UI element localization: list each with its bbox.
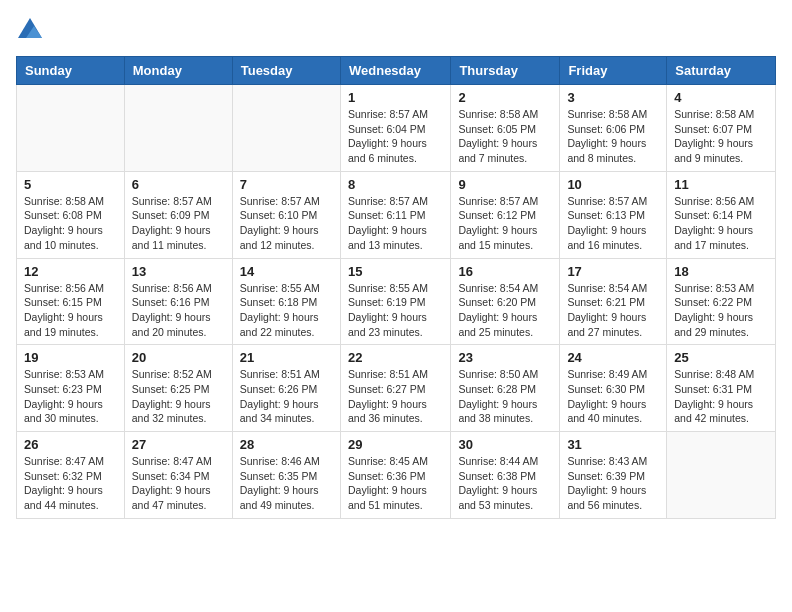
- day-number: 13: [132, 264, 225, 279]
- day-info: Sunrise: 8:54 AM Sunset: 6:20 PM Dayligh…: [458, 281, 552, 340]
- day-number: 11: [674, 177, 768, 192]
- day-info: Sunrise: 8:58 AM Sunset: 6:05 PM Dayligh…: [458, 107, 552, 166]
- day-info: Sunrise: 8:57 AM Sunset: 6:11 PM Dayligh…: [348, 194, 443, 253]
- calendar-cell: 2Sunrise: 8:58 AM Sunset: 6:05 PM Daylig…: [451, 85, 560, 172]
- page-header: [16, 16, 776, 44]
- day-info: Sunrise: 8:54 AM Sunset: 6:21 PM Dayligh…: [567, 281, 659, 340]
- day-number: 20: [132, 350, 225, 365]
- day-info: Sunrise: 8:57 AM Sunset: 6:10 PM Dayligh…: [240, 194, 333, 253]
- day-info: Sunrise: 8:55 AM Sunset: 6:18 PM Dayligh…: [240, 281, 333, 340]
- logo-icon: [16, 16, 44, 44]
- day-info: Sunrise: 8:51 AM Sunset: 6:26 PM Dayligh…: [240, 367, 333, 426]
- column-header-thursday: Thursday: [451, 57, 560, 85]
- day-number: 30: [458, 437, 552, 452]
- day-number: 18: [674, 264, 768, 279]
- calendar-table: SundayMondayTuesdayWednesdayThursdayFrid…: [16, 56, 776, 519]
- calendar-cell: [232, 85, 340, 172]
- calendar-cell: 22Sunrise: 8:51 AM Sunset: 6:27 PM Dayli…: [340, 345, 450, 432]
- day-info: Sunrise: 8:51 AM Sunset: 6:27 PM Dayligh…: [348, 367, 443, 426]
- calendar-cell: 28Sunrise: 8:46 AM Sunset: 6:35 PM Dayli…: [232, 432, 340, 519]
- calendar-cell: 26Sunrise: 8:47 AM Sunset: 6:32 PM Dayli…: [17, 432, 125, 519]
- column-header-tuesday: Tuesday: [232, 57, 340, 85]
- calendar-week-row: 1Sunrise: 8:57 AM Sunset: 6:04 PM Daylig…: [17, 85, 776, 172]
- day-info: Sunrise: 8:55 AM Sunset: 6:19 PM Dayligh…: [348, 281, 443, 340]
- day-number: 23: [458, 350, 552, 365]
- day-number: 15: [348, 264, 443, 279]
- calendar-cell: 1Sunrise: 8:57 AM Sunset: 6:04 PM Daylig…: [340, 85, 450, 172]
- day-number: 5: [24, 177, 117, 192]
- calendar-cell: 21Sunrise: 8:51 AM Sunset: 6:26 PM Dayli…: [232, 345, 340, 432]
- calendar-cell: 3Sunrise: 8:58 AM Sunset: 6:06 PM Daylig…: [560, 85, 667, 172]
- calendar-cell: 31Sunrise: 8:43 AM Sunset: 6:39 PM Dayli…: [560, 432, 667, 519]
- calendar-cell: [667, 432, 776, 519]
- calendar-cell: 4Sunrise: 8:58 AM Sunset: 6:07 PM Daylig…: [667, 85, 776, 172]
- calendar-cell: 9Sunrise: 8:57 AM Sunset: 6:12 PM Daylig…: [451, 171, 560, 258]
- calendar-cell: 12Sunrise: 8:56 AM Sunset: 6:15 PM Dayli…: [17, 258, 125, 345]
- calendar-cell: 29Sunrise: 8:45 AM Sunset: 6:36 PM Dayli…: [340, 432, 450, 519]
- day-number: 1: [348, 90, 443, 105]
- calendar-cell: 15Sunrise: 8:55 AM Sunset: 6:19 PM Dayli…: [340, 258, 450, 345]
- day-info: Sunrise: 8:43 AM Sunset: 6:39 PM Dayligh…: [567, 454, 659, 513]
- calendar-cell: 25Sunrise: 8:48 AM Sunset: 6:31 PM Dayli…: [667, 345, 776, 432]
- day-number: 4: [674, 90, 768, 105]
- day-info: Sunrise: 8:44 AM Sunset: 6:38 PM Dayligh…: [458, 454, 552, 513]
- calendar-cell: 11Sunrise: 8:56 AM Sunset: 6:14 PM Dayli…: [667, 171, 776, 258]
- day-number: 24: [567, 350, 659, 365]
- day-number: 7: [240, 177, 333, 192]
- column-header-saturday: Saturday: [667, 57, 776, 85]
- day-number: 14: [240, 264, 333, 279]
- calendar-week-row: 12Sunrise: 8:56 AM Sunset: 6:15 PM Dayli…: [17, 258, 776, 345]
- day-info: Sunrise: 8:45 AM Sunset: 6:36 PM Dayligh…: [348, 454, 443, 513]
- day-info: Sunrise: 8:49 AM Sunset: 6:30 PM Dayligh…: [567, 367, 659, 426]
- day-info: Sunrise: 8:57 AM Sunset: 6:12 PM Dayligh…: [458, 194, 552, 253]
- calendar-cell: 8Sunrise: 8:57 AM Sunset: 6:11 PM Daylig…: [340, 171, 450, 258]
- column-header-sunday: Sunday: [17, 57, 125, 85]
- logo: [16, 16, 48, 44]
- calendar-cell: 23Sunrise: 8:50 AM Sunset: 6:28 PM Dayli…: [451, 345, 560, 432]
- calendar-cell: 5Sunrise: 8:58 AM Sunset: 6:08 PM Daylig…: [17, 171, 125, 258]
- day-info: Sunrise: 8:56 AM Sunset: 6:15 PM Dayligh…: [24, 281, 117, 340]
- day-number: 25: [674, 350, 768, 365]
- day-info: Sunrise: 8:47 AM Sunset: 6:32 PM Dayligh…: [24, 454, 117, 513]
- day-info: Sunrise: 8:58 AM Sunset: 6:06 PM Dayligh…: [567, 107, 659, 166]
- day-number: 26: [24, 437, 117, 452]
- day-number: 19: [24, 350, 117, 365]
- calendar-cell: 27Sunrise: 8:47 AM Sunset: 6:34 PM Dayli…: [124, 432, 232, 519]
- calendar-cell: 30Sunrise: 8:44 AM Sunset: 6:38 PM Dayli…: [451, 432, 560, 519]
- day-number: 27: [132, 437, 225, 452]
- day-info: Sunrise: 8:52 AM Sunset: 6:25 PM Dayligh…: [132, 367, 225, 426]
- day-number: 10: [567, 177, 659, 192]
- calendar-week-row: 5Sunrise: 8:58 AM Sunset: 6:08 PM Daylig…: [17, 171, 776, 258]
- day-info: Sunrise: 8:57 AM Sunset: 6:13 PM Dayligh…: [567, 194, 659, 253]
- day-info: Sunrise: 8:58 AM Sunset: 6:07 PM Dayligh…: [674, 107, 768, 166]
- calendar-week-row: 19Sunrise: 8:53 AM Sunset: 6:23 PM Dayli…: [17, 345, 776, 432]
- calendar-cell: 10Sunrise: 8:57 AM Sunset: 6:13 PM Dayli…: [560, 171, 667, 258]
- day-info: Sunrise: 8:53 AM Sunset: 6:22 PM Dayligh…: [674, 281, 768, 340]
- day-info: Sunrise: 8:58 AM Sunset: 6:08 PM Dayligh…: [24, 194, 117, 253]
- calendar-cell: [124, 85, 232, 172]
- day-number: 16: [458, 264, 552, 279]
- day-info: Sunrise: 8:57 AM Sunset: 6:09 PM Dayligh…: [132, 194, 225, 253]
- day-number: 8: [348, 177, 443, 192]
- day-number: 6: [132, 177, 225, 192]
- day-number: 22: [348, 350, 443, 365]
- day-info: Sunrise: 8:53 AM Sunset: 6:23 PM Dayligh…: [24, 367, 117, 426]
- calendar-cell: 17Sunrise: 8:54 AM Sunset: 6:21 PM Dayli…: [560, 258, 667, 345]
- calendar-header-row: SundayMondayTuesdayWednesdayThursdayFrid…: [17, 57, 776, 85]
- calendar-cell: 13Sunrise: 8:56 AM Sunset: 6:16 PM Dayli…: [124, 258, 232, 345]
- calendar-cell: 18Sunrise: 8:53 AM Sunset: 6:22 PM Dayli…: [667, 258, 776, 345]
- day-info: Sunrise: 8:57 AM Sunset: 6:04 PM Dayligh…: [348, 107, 443, 166]
- day-number: 3: [567, 90, 659, 105]
- day-info: Sunrise: 8:56 AM Sunset: 6:16 PM Dayligh…: [132, 281, 225, 340]
- column-header-wednesday: Wednesday: [340, 57, 450, 85]
- day-info: Sunrise: 8:46 AM Sunset: 6:35 PM Dayligh…: [240, 454, 333, 513]
- calendar-cell: 19Sunrise: 8:53 AM Sunset: 6:23 PM Dayli…: [17, 345, 125, 432]
- calendar-cell: 14Sunrise: 8:55 AM Sunset: 6:18 PM Dayli…: [232, 258, 340, 345]
- calendar-cell: 7Sunrise: 8:57 AM Sunset: 6:10 PM Daylig…: [232, 171, 340, 258]
- day-number: 29: [348, 437, 443, 452]
- calendar-cell: 24Sunrise: 8:49 AM Sunset: 6:30 PM Dayli…: [560, 345, 667, 432]
- day-info: Sunrise: 8:56 AM Sunset: 6:14 PM Dayligh…: [674, 194, 768, 253]
- calendar-cell: 6Sunrise: 8:57 AM Sunset: 6:09 PM Daylig…: [124, 171, 232, 258]
- day-number: 12: [24, 264, 117, 279]
- column-header-friday: Friday: [560, 57, 667, 85]
